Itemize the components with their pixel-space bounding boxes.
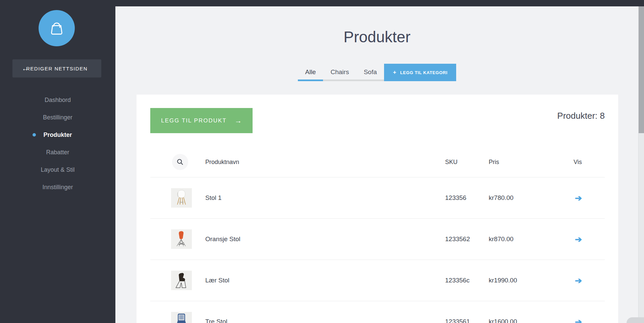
- category-tabs-row: Alle Chairs Sofa + LEGG TIL KATEGORI: [115, 64, 639, 81]
- column-header-name: Produktnavn: [205, 158, 239, 165]
- shopping-bag-icon: [48, 19, 65, 37]
- screen-corner: [627, 317, 644, 323]
- product-price: kr1600.00: [489, 318, 517, 323]
- table-body: Stol 1 123356 kr780.00 ➔ Oransje Stol 12…: [150, 177, 605, 323]
- white-chair-image: [172, 189, 191, 207]
- column-header-price: Pris: [489, 158, 499, 165]
- sidebar-item-label: Bestillinger: [43, 114, 72, 121]
- page-title: Produkter: [115, 6, 639, 46]
- product-thumbnail[interactable]: [171, 271, 192, 290]
- table-row: Oransje Stol 1233562 kr870.00 ➔: [150, 219, 605, 260]
- tab-label: Alle: [305, 68, 316, 75]
- search-button[interactable]: [172, 154, 188, 170]
- plus-icon: +: [393, 69, 396, 76]
- products-table: Produktnavn SKU Pris Vis Stol 1 123356 k…: [150, 147, 605, 323]
- main-content: Produkter Alle Chairs Sofa + LEGG TIL KA…: [115, 6, 639, 323]
- sidebar-item-label: Innstillinger: [42, 184, 73, 191]
- leather-chair-image: [172, 272, 191, 289]
- sidebar-nav: Dashbord Bestillinger Produkter Rabatter…: [0, 91, 115, 196]
- column-header-sku: SKU: [445, 158, 458, 165]
- add-category-button[interactable]: + LEGG TIL KATEGORI: [384, 64, 456, 81]
- sidebar-item-layout-stil[interactable]: Layout & Stil: [0, 161, 115, 178]
- view-arrow-icon[interactable]: ➔: [575, 234, 582, 244]
- tab-alle[interactable]: Alle: [298, 68, 323, 81]
- table-row: Tre Stol 1233561 kr1600.00 ➔: [150, 301, 605, 323]
- product-sku: 123356: [445, 194, 466, 202]
- view-arrow-icon[interactable]: ➔: [575, 193, 582, 203]
- sidebar-item-rabatter[interactable]: Rabatter: [0, 144, 115, 161]
- sidebar: ← REDIGER NETTSIDEN Dashbord Bestillinge…: [0, 0, 115, 323]
- sidebar-item-bestillinger[interactable]: Bestillinger: [0, 109, 115, 126]
- tab-label: Sofa: [364, 68, 377, 75]
- add-product-button[interactable]: LEGG TIL PRODUKT →: [150, 108, 253, 133]
- scrollbar-thumb[interactable]: [639, 6, 644, 133]
- edit-website-button[interactable]: ← REDIGER NETTSIDEN: [12, 59, 101, 77]
- tab-label: Chairs: [330, 68, 349, 75]
- products-panel: LEGG TIL PRODUKT → Produkter: 8 Produktn…: [137, 95, 618, 323]
- table-row: Lær Stol 123356c kr1990.00 ➔: [150, 260, 605, 301]
- active-dot-icon: [33, 133, 36, 137]
- view-arrow-icon[interactable]: ➔: [575, 276, 582, 285]
- sidebar-item-label: Layout & Stil: [41, 166, 74, 173]
- tab-chairs[interactable]: Chairs: [323, 68, 356, 81]
- product-name: Lær Stol: [205, 277, 229, 284]
- tab-sofa[interactable]: Sofa: [356, 68, 384, 81]
- search-icon: [176, 158, 184, 166]
- store-logo: [39, 10, 75, 46]
- table-header: Produktnavn SKU Pris Vis: [150, 147, 605, 177]
- navy-chair-image: [172, 313, 191, 323]
- sidebar-item-produkter[interactable]: Produkter: [0, 126, 115, 144]
- product-sku: 123356c: [445, 277, 470, 284]
- product-sku: 1233561: [445, 318, 470, 323]
- edit-website-label: REDIGER NETTSIDEN: [26, 66, 88, 71]
- table-row: Stol 1 123356 kr780.00 ➔: [150, 177, 605, 219]
- sidebar-item-dashbord[interactable]: Dashbord: [0, 91, 115, 109]
- product-count: Produkter: 8: [557, 111, 605, 121]
- category-tabs: Alle Chairs Sofa: [298, 68, 384, 81]
- product-thumbnail[interactable]: [171, 188, 192, 208]
- product-name: Stol 1: [205, 194, 222, 202]
- sidebar-item-label: Dashbord: [45, 97, 71, 104]
- orange-chair-image: [172, 230, 191, 248]
- product-name: Tre Stol: [205, 318, 227, 323]
- product-thumbnail[interactable]: [171, 312, 192, 323]
- sidebar-item-label: Produkter: [43, 131, 72, 139]
- back-arrow-icon: ←: [22, 65, 29, 72]
- product-thumbnail[interactable]: [171, 229, 192, 249]
- product-price: kr870.00: [489, 235, 514, 243]
- view-arrow-icon[interactable]: ➔: [575, 317, 582, 323]
- column-header-view: Vis: [574, 158, 582, 165]
- product-name: Oransje Stol: [205, 235, 240, 243]
- sidebar-item-innstillinger[interactable]: Innstillinger: [0, 178, 115, 196]
- product-sku: 1233562: [445, 235, 470, 243]
- product-price: kr780.00: [489, 194, 514, 202]
- product-price: kr1990.00: [489, 277, 517, 284]
- sidebar-item-label: Rabatter: [46, 149, 69, 156]
- add-category-label: LEGG TIL KATEGORI: [400, 70, 447, 75]
- add-product-label: LEGG TIL PRODUKT: [161, 117, 226, 124]
- page-scrollbar[interactable]: [638, 6, 644, 323]
- forward-arrow-icon: →: [235, 117, 242, 125]
